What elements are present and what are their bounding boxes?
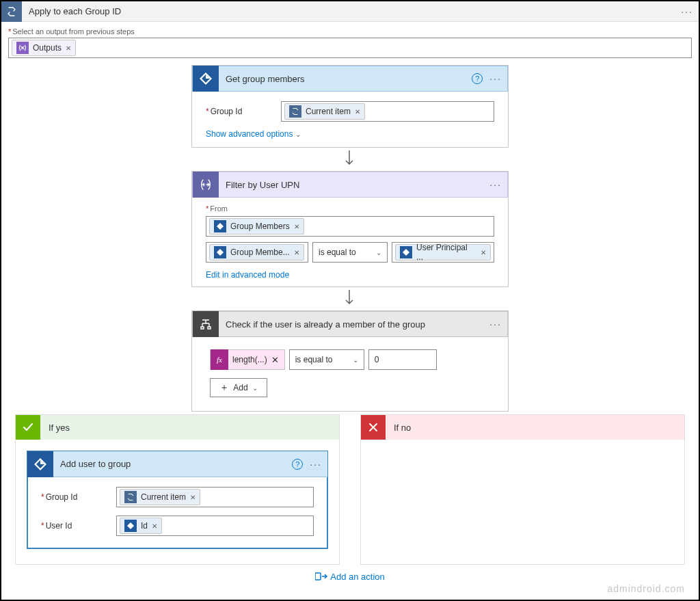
remove-token-icon[interactable]: ✕ bbox=[271, 355, 279, 365]
remove-token-icon[interactable]: ✕ bbox=[66, 44, 71, 52]
action-filter-upn: Filter by User UPN ··· From Group Member… bbox=[191, 171, 509, 287]
branch-no-header[interactable]: If no bbox=[361, 415, 684, 440]
loop-header[interactable]: Apply to each Group ID ··· bbox=[1, 1, 699, 22]
chevron-down-icon: ⌄ bbox=[376, 249, 381, 256]
group-id-label: Group Id bbox=[41, 492, 109, 502]
action-menu-button[interactable]: ··· bbox=[489, 179, 502, 190]
action-title: Add user to group bbox=[60, 459, 285, 469]
aad-token-icon bbox=[214, 220, 226, 232]
group-id-input[interactable]: Current item ✕ bbox=[281, 101, 494, 122]
add-action-button[interactable]: Add an action bbox=[315, 572, 385, 582]
edit-advanced-link[interactable]: Edit in advanced mode bbox=[206, 270, 289, 280]
variable-icon bbox=[16, 42, 29, 54]
remove-token-icon[interactable]: ✕ bbox=[294, 249, 299, 256]
action-menu-button[interactable]: ··· bbox=[310, 459, 322, 470]
filter-operator-select[interactable]: is equal to ⌄ bbox=[312, 242, 388, 263]
action-menu-button[interactable]: ··· bbox=[489, 319, 502, 330]
chevron-down-icon: ⌄ bbox=[252, 384, 258, 392]
close-icon bbox=[361, 415, 386, 440]
cond-left-token: length(...) bbox=[228, 355, 271, 364]
cond-left-input[interactable]: fx length(...) ✕ bbox=[210, 349, 285, 370]
branch-yes-title: If yes bbox=[49, 423, 70, 433]
data-ops-icon bbox=[193, 172, 219, 198]
action-title: Filter by User UPN bbox=[226, 180, 483, 190]
action-add-user: Add user to group ? ··· Group Id Current… bbox=[27, 451, 328, 549]
user-id-label: User Id bbox=[41, 521, 109, 531]
help-icon[interactable]: ? bbox=[472, 73, 483, 84]
plus-icon: ＋ bbox=[219, 382, 229, 394]
add-action-icon bbox=[315, 572, 327, 581]
from-label: From bbox=[206, 204, 228, 213]
cond-operator-select[interactable]: is equal to ⌄ bbox=[289, 349, 364, 370]
show-advanced-link[interactable]: Show advanced options ⌄ bbox=[206, 129, 301, 139]
output-token-input[interactable]: Outputs ✕ bbox=[8, 38, 692, 58]
flow-arrow-icon bbox=[345, 150, 355, 168]
from-input[interactable]: Group Members ✕ bbox=[206, 216, 494, 237]
branch-yes-header[interactable]: If yes bbox=[16, 415, 339, 440]
add-condition-button[interactable]: ＋ Add ⌄ bbox=[210, 378, 267, 397]
branch-yes: If yes Add user to group ? ··· Group Id bbox=[15, 414, 340, 565]
group-id-input[interactable]: Current item ✕ bbox=[116, 487, 314, 507]
loop-token-icon bbox=[124, 491, 137, 503]
watermark: admindroid.com bbox=[607, 583, 685, 594]
remove-token-icon[interactable]: ✕ bbox=[152, 522, 157, 530]
filter-right-input[interactable]: User Principal ... ✕ bbox=[392, 242, 494, 263]
action-menu-button[interactable]: ··· bbox=[489, 73, 502, 84]
help-icon[interactable]: ? bbox=[292, 459, 303, 470]
user-id-token: Id bbox=[141, 521, 148, 531]
loop-icon bbox=[1, 1, 22, 22]
remove-token-icon[interactable]: ✕ bbox=[481, 249, 486, 256]
remove-token-icon[interactable]: ✕ bbox=[294, 223, 299, 230]
branch-no-title: If no bbox=[394, 423, 411, 433]
user-id-input[interactable]: Id ✕ bbox=[116, 516, 314, 536]
from-token: Group Members bbox=[230, 222, 290, 231]
filter-left-input[interactable]: Group Membe... ✕ bbox=[206, 242, 308, 263]
chevron-down-icon: ⌄ bbox=[353, 356, 358, 364]
action-get-group-members: Get group members ? ··· Group Id Current… bbox=[191, 65, 509, 148]
aad-icon bbox=[193, 66, 219, 92]
filter-right-token: User Principal ... bbox=[416, 243, 476, 262]
action-header[interactable]: Add user to group ? ··· bbox=[27, 451, 327, 477]
output-label: Select an output from previous steps bbox=[8, 27, 692, 36]
check-icon bbox=[16, 415, 40, 440]
aad-token-icon bbox=[124, 520, 137, 532]
action-condition: Check if the user is already a member of… bbox=[191, 310, 509, 412]
condition-icon bbox=[193, 311, 219, 337]
loop-token-icon bbox=[289, 105, 301, 118]
group-id-label: Group Id bbox=[206, 107, 274, 116]
action-header[interactable]: Check if the user is already a member of… bbox=[192, 311, 508, 337]
action-header[interactable]: Filter by User UPN ··· bbox=[192, 172, 508, 198]
aad-token-icon bbox=[400, 246, 412, 258]
group-id-token: Current item bbox=[141, 492, 186, 502]
branch-no: If no bbox=[360, 414, 685, 565]
action-header[interactable]: Get group members ? ··· bbox=[192, 66, 508, 92]
loop-title: Apply to each Group ID bbox=[22, 6, 681, 16]
svg-rect-0 bbox=[315, 573, 321, 580]
output-token-label: Outputs bbox=[33, 43, 62, 53]
aad-icon bbox=[27, 451, 53, 477]
action-title: Check if the user is already a member of… bbox=[226, 319, 483, 330]
loop-menu-button[interactable]: ··· bbox=[681, 6, 693, 17]
fx-icon: fx bbox=[211, 349, 228, 370]
aad-token-icon bbox=[214, 246, 226, 258]
group-id-token: Current item bbox=[306, 107, 351, 116]
chevron-down-icon: ⌄ bbox=[295, 131, 301, 138]
remove-token-icon[interactable]: ✕ bbox=[355, 108, 360, 116]
cond-value-input[interactable]: 0 bbox=[368, 349, 437, 370]
action-title: Get group members bbox=[226, 74, 465, 84]
flow-arrow-icon bbox=[345, 290, 355, 308]
remove-token-icon[interactable]: ✕ bbox=[190, 494, 196, 501]
filter-left-token: Group Membe... bbox=[230, 248, 290, 257]
